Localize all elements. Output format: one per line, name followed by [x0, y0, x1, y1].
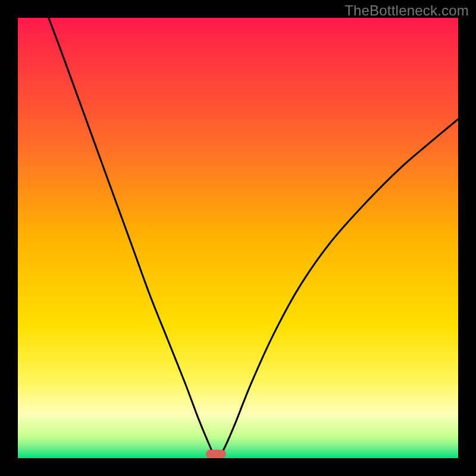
curve-layer: [18, 18, 458, 458]
bottleneck-curve: [49, 18, 458, 458]
watermark-text: TheBottleneck.com: [345, 2, 469, 19]
plot-area: [18, 18, 458, 458]
chart-frame: TheBottleneck.com: [0, 0, 476, 476]
optimal-marker: [206, 450, 226, 458]
